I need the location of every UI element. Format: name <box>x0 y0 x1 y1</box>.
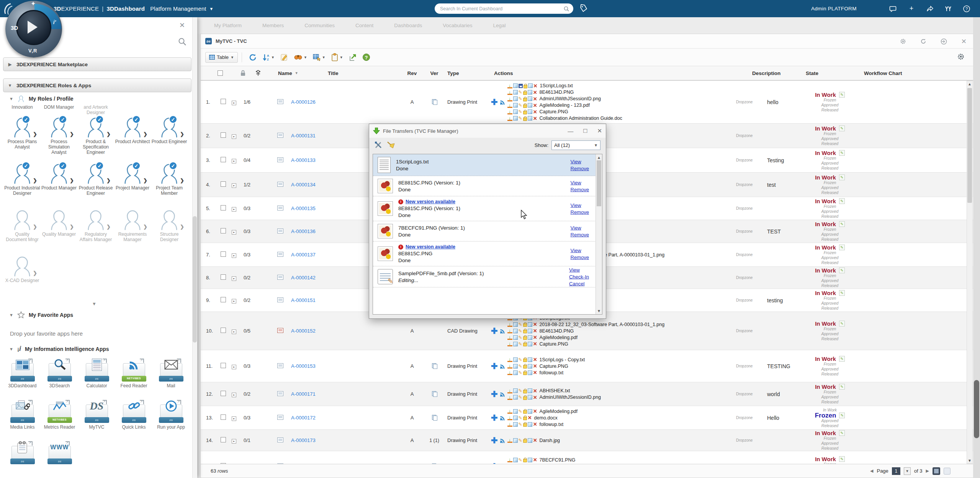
column-header-title[interactable]: Title <box>328 70 401 76</box>
open-file-icon[interactable] <box>528 388 532 393</box>
table-row[interactable]: 14. ▸ 0/1 A-0000173 A 1 (1) Drawing Prin… <box>201 430 977 451</box>
expand-row-icon[interactable]: ▸ <box>232 101 236 105</box>
table-row[interactable]: 13. ▸ 0/3 A-0000172 A Drawing Print ✚ ↓ … <box>201 406 977 430</box>
lock-file-icon[interactable] <box>523 410 527 414</box>
promote-state-icon[interactable]: ✎ <box>839 384 845 390</box>
chevron-right-icon[interactable]: ❯ <box>33 270 37 276</box>
chevron-down-icon[interactable]: ▼ <box>209 7 214 11</box>
chevron-right-icon[interactable]: ❯ <box>143 224 147 230</box>
add-file-icon[interactable]: ✚ <box>491 414 498 421</box>
row-checkbox[interactable] <box>221 363 226 368</box>
open-file-icon[interactable] <box>528 357 532 362</box>
lock-file-icon[interactable] <box>523 91 527 95</box>
checkin-file-icon[interactable]: ↓ <box>507 357 512 362</box>
add-file-icon[interactable]: ✚ <box>491 391 498 398</box>
table-menu-button[interactable]: Table ▼ <box>205 52 238 63</box>
expand-row-icon[interactable]: ▸ <box>232 230 236 235</box>
column-header-workflow[interactable]: Workflow Chart <box>859 70 977 76</box>
view-file-icon[interactable] <box>513 96 518 101</box>
promote-state-icon[interactable]: ✎ <box>839 175 845 180</box>
user-name[interactable]: Admin PLATFORM <box>811 0 857 17</box>
file-name[interactable]: AdminUIWithJSessionID.png <box>540 395 601 400</box>
dropzone-label[interactable]: Dropzone <box>736 183 765 187</box>
app-icon[interactable]: ᴅs <box>122 400 146 423</box>
app-item[interactable]: NETVIBES Feed Reader <box>115 359 152 400</box>
refresh-icon[interactable] <box>920 38 926 44</box>
remove-link[interactable]: Remove <box>571 232 589 238</box>
dropzone-label[interactable]: Dropzone <box>736 438 765 442</box>
view-link[interactable]: View <box>571 225 589 231</box>
app-icon[interactable]: NETVIBES <box>122 359 146 382</box>
role-item[interactable]: ❯ Requirements Manager <box>114 209 151 255</box>
tab-dashboards[interactable]: Dashboards <box>394 23 422 28</box>
lock-file-icon[interactable] <box>523 104 527 108</box>
open-file-icon[interactable] <box>528 409 532 414</box>
view-file-icon[interactable] <box>513 364 518 369</box>
expand-row-icon[interactable]: ▸ <box>232 299 236 303</box>
dashboard-search[interactable] <box>435 3 573 14</box>
file-name[interactable]: 8E46134D.PNG <box>540 328 574 334</box>
help-icon[interactable]: ? <box>962 4 971 13</box>
role-item[interactable]: ✓ ❯ Product Industrial Designer <box>4 162 41 209</box>
checkin-file-icon[interactable]: ↓ <box>507 90 512 95</box>
role-item[interactable]: ❯ Quality Manager <box>41 209 77 255</box>
promote-state-icon[interactable]: ✎ <box>839 430 845 436</box>
role-item[interactable]: ✓ ❯ Product Release Engineer <box>77 162 114 209</box>
open-file-icon[interactable] <box>528 364 532 369</box>
chevron-down-icon[interactable]: ▼ <box>9 96 13 101</box>
app-item[interactable]: ᴅs Quick Links <box>115 400 152 441</box>
object-name-link[interactable]: A-0000136 <box>291 228 316 234</box>
lock-file-icon[interactable] <box>524 85 527 88</box>
view-file-icon[interactable] <box>513 103 518 108</box>
transfer-item[interactable]: 7BECFC91.PNG (Version: 1) Done ViewRemov… <box>373 221 602 241</box>
row-checkbox[interactable] <box>221 205 226 210</box>
add-file-icon[interactable]: ✚ <box>491 437 498 444</box>
delete-file-icon[interactable]: ✕ <box>533 370 537 375</box>
edit-file-icon[interactable]: ✎ <box>519 395 522 400</box>
chevron-right-icon[interactable]: ❯ <box>33 224 37 230</box>
view-link[interactable]: View <box>571 248 589 253</box>
open-file-icon[interactable] <box>528 395 532 400</box>
view-file-icon[interactable] <box>513 335 518 340</box>
minimize-icon[interactable]: — <box>568 128 573 134</box>
edit-file-icon[interactable]: ✎ <box>519 364 522 369</box>
collapse-roles-icon[interactable]: ▼ <box>92 301 97 307</box>
tab-my-platform[interactable]: My Platform <box>214 23 242 28</box>
chevron-right-icon[interactable]: ❯ <box>106 178 111 183</box>
column-header-ver[interactable]: Ver <box>424 70 445 76</box>
edit-file-icon[interactable]: ✎ <box>519 329 522 333</box>
delete-file-icon[interactable]: ✕ <box>533 83 538 88</box>
lock-file-icon[interactable] <box>523 117 527 121</box>
table-scrollbar[interactable]: ▲ ▼ <box>967 81 973 464</box>
close-icon[interactable]: ✕ <box>597 127 602 134</box>
checkin-file-icon[interactable]: ↓ <box>507 341 512 346</box>
dropzone-label[interactable]: Dropzone <box>736 364 765 368</box>
file-name[interactable]: ABHISHEK.txt <box>540 388 570 393</box>
file-name[interactable]: Capture.PNG <box>540 364 568 369</box>
column-header-name[interactable]: Name▼ <box>277 70 328 76</box>
dropzone-label[interactable]: Dropzone <box>736 134 765 138</box>
subscribe-rss-icon[interactable] <box>499 363 506 369</box>
delete-file-icon[interactable]: ✕ <box>533 364 537 369</box>
view-file-icon[interactable] <box>513 416 518 420</box>
open-file-icon[interactable] <box>528 335 532 340</box>
chevron-right-icon[interactable]: ❯ <box>70 178 74 183</box>
edit-file-icon[interactable]: ✎ <box>519 342 522 346</box>
checkin-file-icon[interactable]: ↓ <box>507 328 512 333</box>
lock-file-icon[interactable] <box>523 390 527 393</box>
delete-file-icon[interactable]: ✕ <box>533 457 537 462</box>
row-checkbox[interactable] <box>221 157 226 162</box>
role-item[interactable]: ❯ Quality Document Mngr <box>4 209 41 255</box>
promote-state-icon[interactable]: ✎ <box>839 321 845 326</box>
expand-row-icon[interactable]: ▸ <box>232 439 236 444</box>
close-icon[interactable]: ✕ <box>961 38 967 46</box>
edit-file-icon[interactable]: ✎ <box>519 322 522 327</box>
sidebar-scrollbar[interactable] <box>192 17 197 478</box>
object-name-link[interactable]: A-0000133 <box>291 157 316 163</box>
lock-file-icon[interactable] <box>523 98 527 101</box>
expand-row-icon[interactable]: ▸ <box>232 365 236 369</box>
dialog-titlebar[interactable]: File Transfers (TVC File Manager) — □ ✕ <box>369 124 606 138</box>
versions-icon[interactable] <box>432 99 437 104</box>
edit-file-icon[interactable]: ✎ <box>519 388 522 393</box>
app-icon[interactable]: NETVIBES <box>47 400 72 423</box>
